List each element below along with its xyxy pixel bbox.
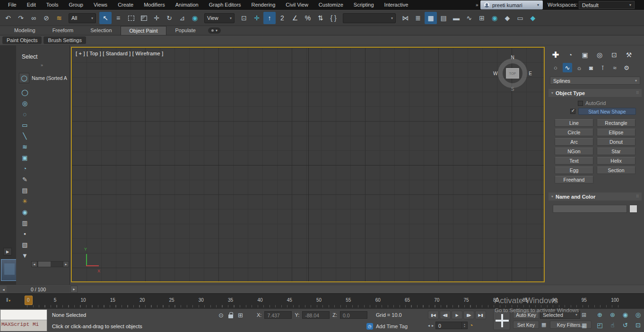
helpers-category-icon[interactable]: ⊺	[598, 63, 608, 72]
select-by-name-icon[interactable]: ≡	[112, 12, 124, 24]
menu-item[interactable]: Civil View	[280, 0, 313, 10]
utilities-tab-icon[interactable]: ⚒	[624, 50, 634, 60]
select-and-scale-icon[interactable]: ⊿	[176, 12, 188, 24]
ribbon-panel-button[interactable]: Brush Settings	[44, 36, 86, 44]
frame-back-arrow[interactable]: ◂	[428, 323, 430, 328]
view-compass[interactable]: N S W E TOP	[496, 56, 530, 90]
menu-item[interactable]: Views	[88, 0, 113, 10]
shape-button[interactable]: Rectangle	[597, 119, 635, 127]
orbit-icon[interactable]: ↺	[619, 320, 631, 330]
menu-item[interactable]: Rendering	[246, 0, 281, 10]
menu-item[interactable]: Interactive	[379, 0, 414, 10]
frame-forward-arrow[interactable]: ▸	[432, 323, 434, 328]
select-and-placement-icon[interactable]: ◉	[189, 12, 201, 24]
mirror-icon[interactable]: ⋈	[399, 12, 411, 24]
scatter-tool-icon[interactable]: ✳	[19, 196, 30, 206]
set-keys-button[interactable]	[493, 310, 510, 330]
zoom-all-icon[interactable]: ⊛	[607, 310, 618, 320]
auto-key-button[interactable]: Auto Key	[513, 311, 539, 319]
workspace-dropdown[interactable]: Default ▾	[579, 1, 635, 9]
zoom-icon[interactable]: ⊕	[594, 310, 606, 320]
rotate-tool-icon[interactable]: ◔	[19, 163, 30, 174]
shape-button[interactable]: Arc	[555, 138, 593, 146]
set-key-button[interactable]: Set Key	[513, 321, 539, 329]
panel-tool-icon[interactable]: ▤	[19, 185, 30, 195]
material-editor-icon[interactable]: ◉	[488, 12, 501, 24]
lights-category-icon[interactable]: ☼	[574, 63, 584, 72]
time-configuration-icon[interactable]: ◔	[470, 322, 473, 329]
select-object-icon[interactable]: ↖	[99, 12, 112, 24]
docked-panel-thumbnail[interactable]	[1, 259, 18, 281]
shape-button[interactable]: Ellipse	[597, 129, 635, 136]
viewport-top[interactable]: [ + ] [ Top ] [ Standard ] [ Wireframe ]…	[71, 47, 545, 282]
keyboard-shortcut-toggle-icon[interactable]: ▦	[541, 322, 546, 328]
align-icon[interactable]: ≣	[412, 12, 424, 24]
pan-icon[interactable]: ☝	[607, 320, 618, 330]
snaps-toggle-icon[interactable]: 2	[276, 12, 288, 24]
hierarchy-tab-icon[interactable]: ▣	[580, 50, 590, 60]
conform-tool-icon[interactable]: ≋	[19, 141, 30, 152]
ribbon-tab[interactable]: Selection	[82, 26, 120, 35]
autogrid-checkbox[interactable]	[578, 101, 583, 106]
object-type-rollout-header[interactable]: ▾ Object Type ⠿	[548, 89, 642, 97]
zoom-extents-all-icon[interactable]: ◎	[632, 310, 644, 320]
swatch-tool-icon[interactable]: ▪	[19, 228, 30, 239]
compass-north[interactable]: N	[511, 55, 514, 60]
undo-icon[interactable]: ↶	[2, 12, 14, 24]
selection-lock-icon[interactable]	[228, 315, 233, 318]
zoom-extents-icon[interactable]: ◉	[619, 310, 631, 320]
render-setup-icon[interactable]: ◆	[501, 12, 513, 24]
pencil-tool-icon[interactable]: ✎	[19, 174, 30, 184]
maxscript-mini-listener[interactable]: MAXScript Mi	[0, 309, 47, 332]
menu-item[interactable]: File	[3, 0, 22, 10]
menu-item[interactable]: Scripting	[348, 0, 379, 10]
ribbon-config-dropdown[interactable]: ▾	[208, 27, 221, 34]
ribbon-panel-button[interactable]: Paint Objects	[2, 36, 42, 44]
use-pivot-point-center-icon[interactable]: ⊡	[238, 12, 250, 24]
go-to-end-button[interactable]: ▶▮	[475, 311, 486, 319]
compass-top-face[interactable]: TOP	[506, 68, 519, 79]
rectangular-selection-region-icon[interactable]	[125, 12, 137, 24]
motion-tab-icon[interactable]: ◎	[594, 50, 605, 60]
compass-east[interactable]: E	[529, 71, 532, 76]
filter-tool-icon[interactable]: ▼	[19, 250, 30, 261]
start-new-shape-checkbox[interactable]	[570, 109, 575, 114]
angle-snap-icon[interactable]: ∠	[289, 12, 301, 24]
timeline[interactable]: ‖▾ 0510152025303540455055606570758085909…	[0, 293, 644, 309]
shape-button[interactable]: NGon	[555, 148, 593, 155]
object-name-input[interactable]	[553, 205, 627, 213]
chevron-right-icon[interactable]: »	[41, 63, 43, 68]
reference-coordinate-dropdown[interactable]: View ▾	[204, 13, 235, 23]
isolate-toggle-icon[interactable]: ⊞	[582, 312, 586, 318]
keyboard-override-icon[interactable]: ▦	[582, 322, 587, 329]
previous-frame-button[interactable]: ◀▮	[440, 311, 451, 319]
fill-tool-icon[interactable]: ▣	[19, 152, 30, 163]
trackbar-range[interactable]: 0 / 100	[7, 286, 70, 293]
ribbon-tab[interactable]: Freeform	[44, 26, 82, 35]
trackbar-left-arrow[interactable]: ◂	[0, 286, 7, 293]
object-color-swatch[interactable]	[629, 205, 637, 213]
curve-editor-icon[interactable]: ∿	[463, 12, 475, 24]
add-time-tag[interactable]: ◷ Add Time Tag	[366, 323, 408, 330]
trackbar-mini-curve-icon[interactable]: ‖▾	[6, 297, 10, 303]
edit-named-selection-sets-icon[interactable]: { }	[327, 12, 339, 24]
redo-icon[interactable]: ↷	[15, 12, 27, 24]
menu-item[interactable]: Modifiers	[139, 0, 170, 10]
shape-button[interactable]: Egg	[555, 166, 593, 174]
shapes-category-icon[interactable]: ∿	[563, 63, 572, 72]
object-class-dropdown[interactable]: Splines ▾	[550, 77, 640, 85]
zoom-region-icon[interactable]: ◰	[594, 320, 606, 330]
y-coordinate-field[interactable]: -88.04	[302, 311, 330, 319]
ribbon-tab[interactable]: Modeling	[6, 26, 44, 35]
document-tool-icon[interactable]: ▥	[19, 218, 30, 228]
ribbon-tab[interactable]: Populate	[166, 26, 204, 35]
rendered-frame-window-icon[interactable]: ▭	[514, 12, 526, 24]
select-and-link-icon[interactable]: ∞	[27, 12, 40, 24]
shape-button[interactable]: Text	[555, 157, 593, 165]
current-frame-field[interactable]: 0 ▴▾	[435, 322, 468, 329]
cylinder-select-icon[interactable]: ◎	[19, 98, 30, 108]
x-coordinate-field[interactable]: 7.437	[264, 311, 292, 319]
cameras-category-icon[interactable]: ◙	[586, 63, 596, 72]
rectangle-select-icon[interactable]: ▭	[19, 120, 30, 130]
line-tool-icon[interactable]: ╲	[19, 131, 30, 141]
